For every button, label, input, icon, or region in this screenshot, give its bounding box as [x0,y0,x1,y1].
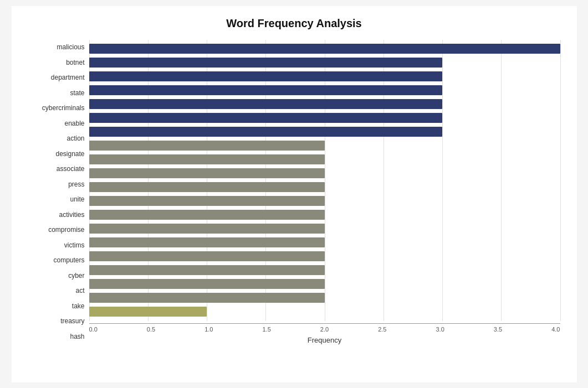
chart-area: maliciousbotnetdepartmentstatecybercrimi… [28,40,560,344]
bar-cybercriminals [89,99,443,109]
y-label-victims: victims [64,242,85,249]
bar-row-take [89,277,560,291]
bar-activities [89,196,325,206]
x-tick-0: 0.0 [89,326,98,333]
y-label-compromise: compromise [48,226,84,233]
bar-state [89,85,443,95]
bar-row-treasury [89,291,560,304]
bar-malicious [89,44,560,54]
bar-row-action [89,125,560,138]
y-label-enable: enable [64,120,84,127]
bar-treasury [89,293,325,303]
bar-enable [89,113,443,123]
y-label-cyber: cyber [68,272,84,279]
y-label-unite: unite [70,196,84,203]
bar-row-compromise [89,208,560,221]
x-tick-3: 1.5 [262,326,270,333]
bar-hash [89,307,207,317]
bar-row-unite [89,180,560,194]
bar-row-associate [89,153,560,166]
x-tick-5: 2.5 [378,326,386,333]
bar-row-act [89,263,560,277]
bar-take [89,279,325,289]
x-tick-6: 3.0 [436,326,444,333]
bar-row-victims [89,222,560,235]
x-tick-1: 0.5 [147,326,155,333]
grid-line-8 [560,40,561,321]
x-ticks: 0.00.51.01.52.02.53.03.54.0 [89,326,560,333]
bar-row-state [89,84,560,97]
bar-row-malicious [89,42,560,55]
x-tick-4: 2.0 [320,326,329,333]
bar-compromise [89,210,325,220]
bar-associate [89,154,325,164]
bar-row-enable [89,111,560,125]
bar-action [89,127,443,137]
y-label-botnet: botnet [66,59,84,66]
bar-row-hash [89,305,560,318]
bar-computers [89,237,325,247]
y-label-action: action [67,135,84,142]
y-label-cybercriminals: cybercriminals [42,105,85,111]
y-label-designate: designate [55,151,84,157]
bars-and-x-container: 0.00.51.01.52.02.53.03.54.0 Frequency [89,40,560,344]
bar-cyber [89,251,325,261]
y-axis-labels: maliciousbotnetdepartmentstatecybercrimi… [28,40,89,344]
x-axis-label: Frequency [89,336,560,344]
x-tick-2: 1.0 [204,326,213,333]
bar-department [89,71,443,81]
bar-row-computers [89,236,560,249]
y-label-act: act [75,287,84,294]
y-label-malicious: malicious [57,44,84,50]
bar-row-cybercriminals [89,97,560,111]
y-label-take: take [72,303,85,309]
y-label-associate: associate [57,165,85,172]
bar-row-activities [89,194,560,208]
bar-unite [89,182,325,192]
chart-title: Word Frequency Analysis [28,17,560,30]
x-tick-7: 3.5 [494,326,502,333]
x-axis-line [89,323,560,324]
bar-designate [89,141,325,151]
y-label-department: department [51,74,85,81]
y-label-press: press [68,181,84,188]
bar-row-designate [89,139,560,152]
bars-section [89,40,560,321]
bar-row-department [89,70,560,83]
y-label-hash: hash [70,333,84,340]
y-label-treasury: treasury [60,318,84,324]
bars-wrapper [89,40,560,321]
x-tick-8: 4.0 [551,326,560,333]
bar-row-botnet [89,56,560,69]
y-label-activities: activities [59,211,84,218]
y-label-computers: computers [53,257,84,263]
bar-act [89,265,325,275]
bar-press [89,168,325,178]
bar-row-cyber [89,250,560,263]
x-axis: 0.00.51.01.52.02.53.03.54.0 Frequency [89,323,560,344]
bar-botnet [89,58,443,68]
y-label-state: state [70,90,84,96]
chart-container: Word Frequency Analysis maliciousbotnetd… [12,6,577,382]
bar-victims [89,224,325,234]
bar-row-press [89,167,560,180]
